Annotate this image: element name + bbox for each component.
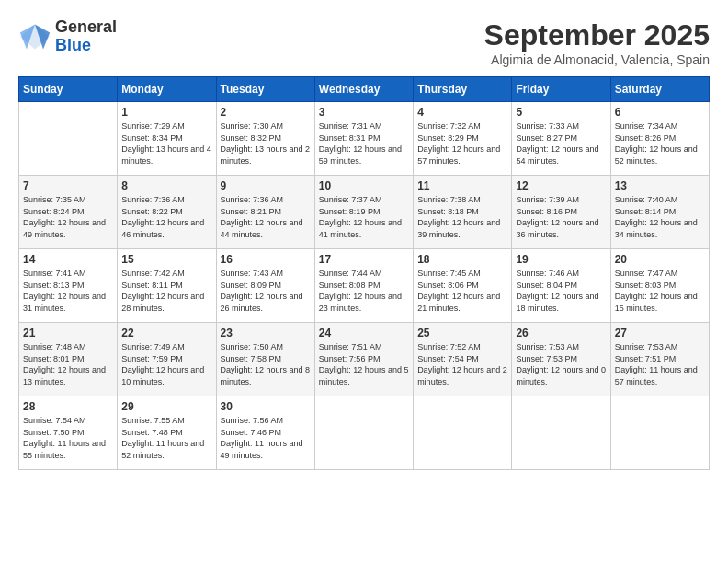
header-day-sunday: Sunday (19, 77, 118, 102)
day-info: Sunrise: 7:35 AM Sunset: 8:24 PM Dayligh… (23, 194, 113, 240)
day-info: Sunrise: 7:40 AM Sunset: 8:14 PM Dayligh… (615, 194, 705, 240)
day-info: Sunrise: 7:29 AM Sunset: 8:34 PM Dayligh… (121, 121, 211, 167)
header-day-wednesday: Wednesday (314, 77, 413, 102)
header-day-saturday: Saturday (610, 77, 709, 102)
calendar-week-4: 21Sunrise: 7:48 AM Sunset: 8:01 PM Dayli… (19, 323, 710, 396)
calendar-cell: 29Sunrise: 7:55 AM Sunset: 7:48 PM Dayli… (118, 396, 216, 470)
calendar-cell: 24Sunrise: 7:51 AM Sunset: 7:56 PM Dayli… (314, 323, 413, 396)
calendar-cell (19, 102, 118, 176)
calendar-cell: 2Sunrise: 7:30 AM Sunset: 8:32 PM Daylig… (216, 102, 314, 176)
day-info: Sunrise: 7:36 AM Sunset: 8:22 PM Dayligh… (121, 194, 211, 240)
logo: General Blue (18, 18, 117, 55)
day-number: 13 (615, 179, 705, 192)
day-number: 9 (221, 179, 311, 192)
calendar-cell: 3Sunrise: 7:31 AM Sunset: 8:31 PM Daylig… (314, 102, 413, 176)
day-number: 11 (417, 179, 507, 192)
calendar-week-1: 1Sunrise: 7:29 AM Sunset: 8:34 PM Daylig… (19, 102, 710, 176)
day-number: 22 (121, 327, 211, 339)
calendar-cell: 15Sunrise: 7:42 AM Sunset: 8:11 PM Dayli… (118, 249, 216, 323)
calendar-cell: 23Sunrise: 7:50 AM Sunset: 7:58 PM Dayli… (216, 323, 314, 396)
header-day-thursday: Thursday (414, 77, 512, 102)
day-number: 2 (221, 106, 311, 119)
day-info: Sunrise: 7:44 AM Sunset: 8:08 PM Dayligh… (319, 268, 409, 314)
calendar-cell: 13Sunrise: 7:40 AM Sunset: 8:14 PM Dayli… (610, 176, 709, 249)
day-number: 5 (516, 106, 606, 119)
logo-general: General (55, 18, 117, 37)
calendar-week-2: 7Sunrise: 7:35 AM Sunset: 8:24 PM Daylig… (19, 176, 710, 249)
calendar-header-row: SundayMondayTuesdayWednesdayThursdayFrid… (19, 77, 710, 102)
calendar-cell: 27Sunrise: 7:53 AM Sunset: 7:51 PM Dayli… (610, 323, 709, 396)
day-info: Sunrise: 7:43 AM Sunset: 8:09 PM Dayligh… (221, 268, 311, 314)
calendar-cell: 28Sunrise: 7:54 AM Sunset: 7:50 PM Dayli… (19, 396, 118, 470)
day-info: Sunrise: 7:32 AM Sunset: 8:29 PM Dayligh… (417, 121, 507, 167)
day-number: 18 (417, 253, 507, 266)
day-number: 4 (417, 106, 507, 119)
day-info: Sunrise: 7:30 AM Sunset: 8:32 PM Dayligh… (221, 121, 311, 167)
day-info: Sunrise: 7:52 AM Sunset: 7:54 PM Dayligh… (417, 341, 507, 387)
calendar-cell (314, 396, 413, 470)
day-number: 19 (516, 253, 606, 266)
calendar-cell: 1Sunrise: 7:29 AM Sunset: 8:34 PM Daylig… (118, 102, 216, 176)
day-number: 10 (319, 179, 409, 192)
calendar-cell: 17Sunrise: 7:44 AM Sunset: 8:08 PM Dayli… (314, 249, 413, 323)
day-info: Sunrise: 7:49 AM Sunset: 7:59 PM Dayligh… (121, 341, 211, 387)
day-info: Sunrise: 7:54 AM Sunset: 7:50 PM Dayligh… (23, 415, 113, 461)
calendar-cell: 10Sunrise: 7:37 AM Sunset: 8:19 PM Dayli… (314, 176, 413, 249)
calendar-cell: 11Sunrise: 7:38 AM Sunset: 8:18 PM Dayli… (414, 176, 512, 249)
logo-icon (18, 20, 51, 53)
calendar-cell: 30Sunrise: 7:56 AM Sunset: 7:46 PM Dayli… (216, 396, 314, 470)
day-info: Sunrise: 7:51 AM Sunset: 7:56 PM Dayligh… (319, 341, 409, 387)
day-number: 23 (221, 327, 311, 339)
calendar-cell (512, 396, 610, 470)
location: Algimia de Almonacid, Valencia, Spain (484, 52, 710, 67)
header-day-friday: Friday (512, 77, 610, 102)
logo-text: General Blue (55, 18, 117, 55)
calendar-cell: 9Sunrise: 7:36 AM Sunset: 8:21 PM Daylig… (216, 176, 314, 249)
day-info: Sunrise: 7:33 AM Sunset: 8:27 PM Dayligh… (516, 121, 606, 167)
day-info: Sunrise: 7:38 AM Sunset: 8:18 PM Dayligh… (417, 194, 507, 240)
day-info: Sunrise: 7:34 AM Sunset: 8:26 PM Dayligh… (615, 121, 705, 167)
day-number: 21 (23, 327, 113, 339)
day-info: Sunrise: 7:47 AM Sunset: 8:03 PM Dayligh… (615, 268, 705, 314)
calendar-cell: 4Sunrise: 7:32 AM Sunset: 8:29 PM Daylig… (414, 102, 512, 176)
calendar-cell: 18Sunrise: 7:45 AM Sunset: 8:06 PM Dayli… (414, 249, 512, 323)
day-number: 26 (516, 327, 606, 339)
day-number: 20 (615, 253, 705, 266)
calendar-cell: 19Sunrise: 7:46 AM Sunset: 8:04 PM Dayli… (512, 249, 610, 323)
calendar-cell: 7Sunrise: 7:35 AM Sunset: 8:24 PM Daylig… (19, 176, 118, 249)
day-number: 8 (121, 179, 211, 192)
day-number: 3 (319, 106, 409, 119)
calendar-cell: 5Sunrise: 7:33 AM Sunset: 8:27 PM Daylig… (512, 102, 610, 176)
calendar-cell: 6Sunrise: 7:34 AM Sunset: 8:26 PM Daylig… (610, 102, 709, 176)
day-info: Sunrise: 7:36 AM Sunset: 8:21 PM Dayligh… (221, 194, 311, 240)
day-info: Sunrise: 7:41 AM Sunset: 8:13 PM Dayligh… (23, 268, 113, 314)
day-info: Sunrise: 7:55 AM Sunset: 7:48 PM Dayligh… (121, 415, 211, 461)
logo-blue: Blue (55, 37, 117, 55)
calendar-cell: 20Sunrise: 7:47 AM Sunset: 8:03 PM Dayli… (610, 249, 709, 323)
day-info: Sunrise: 7:31 AM Sunset: 8:31 PM Dayligh… (319, 121, 409, 167)
day-number: 17 (319, 253, 409, 266)
calendar-cell: 21Sunrise: 7:48 AM Sunset: 8:01 PM Dayli… (19, 323, 118, 396)
day-info: Sunrise: 7:39 AM Sunset: 8:16 PM Dayligh… (516, 194, 606, 240)
day-number: 7 (23, 179, 113, 192)
day-number: 27 (615, 327, 705, 339)
day-number: 25 (417, 327, 507, 339)
calendar-cell: 8Sunrise: 7:36 AM Sunset: 8:22 PM Daylig… (118, 176, 216, 249)
day-number: 30 (221, 400, 311, 413)
day-number: 24 (319, 327, 409, 339)
day-info: Sunrise: 7:53 AM Sunset: 7:51 PM Dayligh… (615, 341, 705, 387)
calendar-cell: 16Sunrise: 7:43 AM Sunset: 8:09 PM Dayli… (216, 249, 314, 323)
day-number: 6 (615, 106, 705, 119)
title-area: September 2025 Algimia de Almonacid, Val… (484, 18, 710, 67)
day-number: 28 (23, 400, 113, 413)
calendar-cell: 26Sunrise: 7:53 AM Sunset: 7:53 PM Dayli… (512, 323, 610, 396)
day-number: 16 (221, 253, 311, 266)
day-info: Sunrise: 7:48 AM Sunset: 8:01 PM Dayligh… (23, 341, 113, 387)
calendar-table: SundayMondayTuesdayWednesdayThursdayFrid… (18, 76, 710, 470)
header: General Blue September 2025 Algimia de A… (18, 18, 710, 67)
calendar-cell: 22Sunrise: 7:49 AM Sunset: 7:59 PM Dayli… (118, 323, 216, 396)
calendar-week-3: 14Sunrise: 7:41 AM Sunset: 8:13 PM Dayli… (19, 249, 710, 323)
day-number: 29 (121, 400, 211, 413)
calendar-cell: 12Sunrise: 7:39 AM Sunset: 8:16 PM Dayli… (512, 176, 610, 249)
header-day-tuesday: Tuesday (216, 77, 314, 102)
